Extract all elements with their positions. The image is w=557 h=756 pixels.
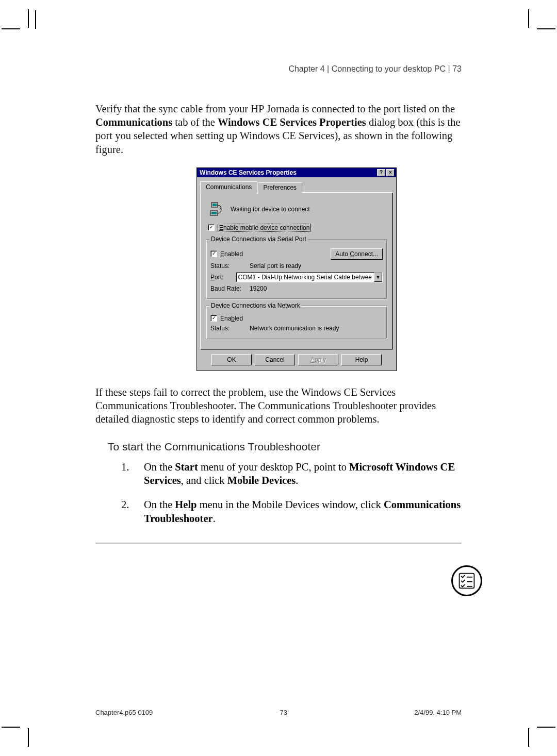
apply-button[interactable]: Apply xyxy=(298,354,338,365)
serial-enabled-label: Enabled xyxy=(220,250,243,258)
page-header: Chapter 4 | Connecting to your desktop P… xyxy=(95,64,462,74)
footer-left: Chapter4.p65 0109 xyxy=(95,709,153,716)
net-status-label: Status: xyxy=(210,325,247,332)
enable-connection-checkbox[interactable]: ✓ xyxy=(208,224,215,231)
port-dropdown[interactable]: COM1 - Dial-Up Networking Serial Cable b… xyxy=(236,272,383,282)
step-text: On the Help menu in the Mobile Devices w… xyxy=(144,498,462,525)
subheading: To start the Communications Troubleshoot… xyxy=(108,441,462,453)
footer-right: 2/4/99, 4:10 PM xyxy=(414,709,462,716)
network-enabled-checkbox[interactable]: ✓ xyxy=(210,315,217,322)
cancel-button[interactable]: Cancel xyxy=(255,354,295,365)
baud-label: Baud Rate: xyxy=(210,285,247,292)
help-button[interactable]: Help xyxy=(341,354,382,365)
port-label: Port: xyxy=(210,274,233,281)
properties-dialog: Windows CE Services Properties ? × Commu… xyxy=(196,167,397,371)
followup-paragraph: If these steps fail to correct the probl… xyxy=(95,385,462,426)
serial-status-value: Serial port is ready xyxy=(250,262,301,270)
footer-center: 73 xyxy=(280,709,287,716)
port-value: COM1 - Dial-Up Networking Serial Cable b… xyxy=(236,274,374,281)
connection-status: Waiting for device to connect xyxy=(231,206,310,213)
step-text: On the Start menu of your desktop PC, po… xyxy=(144,460,462,488)
list-item: 2. On the Help menu in the Mobile Device… xyxy=(121,498,462,525)
network-groupbox: Device Connections via Network ✓ Enabled… xyxy=(206,306,387,339)
ordered-list: 1. On the Start menu of your desktop PC,… xyxy=(121,460,462,526)
svg-text:?: ? xyxy=(219,207,221,211)
text: Verify that the sync cable from your HP … xyxy=(95,103,455,114)
close-icon[interactable]: × xyxy=(386,169,395,176)
ok-button[interactable]: OK xyxy=(211,354,252,365)
page-content: Chapter 4 | Connecting to your desktop P… xyxy=(28,28,529,728)
network-legend: Device Connections via Network xyxy=(209,302,302,309)
horizontal-rule xyxy=(95,543,462,544)
enable-connection-label: Enable mobile device connection xyxy=(218,224,311,232)
bold-text: Windows CE Services Properties xyxy=(218,116,366,128)
page-footer: Chapter4.p65 0109 73 2/4/99, 4:10 PM xyxy=(95,709,462,716)
tab-panel: ? Waiting for device to connect ✓ Enable… xyxy=(200,192,393,350)
text: tab of the xyxy=(172,116,218,128)
checklist-icon xyxy=(451,565,482,596)
help-icon[interactable]: ? xyxy=(377,169,385,176)
device-icon: ? xyxy=(210,202,222,216)
intro-paragraph: Verify that the sync cable from your HP … xyxy=(95,102,462,156)
serial-legend: Device Connections via Serial Port xyxy=(209,236,308,243)
svg-rect-3 xyxy=(211,212,217,214)
serial-groupbox: Device Connections via Serial Port ✓ Ena… xyxy=(206,239,387,299)
svg-rect-1 xyxy=(212,204,217,206)
bold-text: Communications xyxy=(95,116,172,128)
list-item: 1. On the Start menu of your desktop PC,… xyxy=(121,460,462,488)
chevron-down-icon[interactable]: ▼ xyxy=(374,273,382,282)
network-enabled-label: Enabled xyxy=(220,315,243,322)
serial-enabled-checkbox[interactable]: ✓ xyxy=(210,250,217,257)
status-label: Status: xyxy=(210,262,247,270)
dialog-titlebar[interactable]: Windows CE Services Properties ? × xyxy=(197,168,396,177)
step-number: 2. xyxy=(121,498,135,525)
dialog-title: Windows CE Services Properties xyxy=(200,169,297,176)
baud-value: 19200 xyxy=(250,285,267,292)
auto-connect-button[interactable]: Auto Connect... xyxy=(331,248,383,260)
net-status-value: Network communication is ready xyxy=(250,325,339,332)
step-number: 1. xyxy=(121,460,135,488)
tab-preferences[interactable]: Preferences xyxy=(257,182,302,194)
tab-communications[interactable]: Communications xyxy=(200,181,257,193)
